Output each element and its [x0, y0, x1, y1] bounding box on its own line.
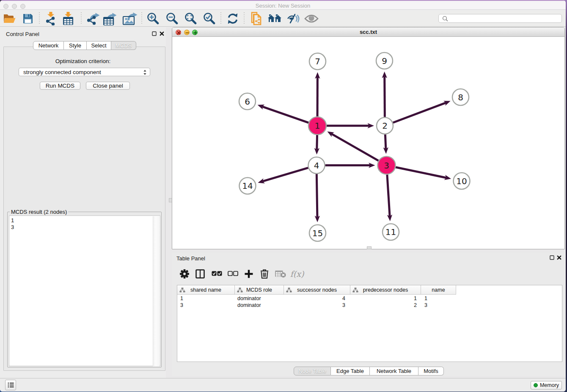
column-header-MCDS-role[interactable]: MCDS role [235, 285, 284, 295]
mcds-result-group: MCDS result (2 nodes) 1 3 [7, 212, 162, 367]
run-mcds-button[interactable]: Run MCDS [40, 82, 80, 90]
select-all-icon[interactable] [210, 268, 223, 280]
memory-status-icon [534, 383, 538, 387]
tab-mcds[interactable]: MCDS [111, 41, 136, 50]
table-settings-icon[interactable] [178, 268, 191, 280]
application-window: Session: New Session [0, 0, 566, 392]
mcds-result-text[interactable]: 1 3 [9, 215, 160, 366]
mdi-desktop: scc.txt 1234678910111415 Table Panel [166, 27, 566, 378]
network-window-title: scc.txt [172, 29, 564, 35]
column-header-shared-name[interactable]: shared name [177, 285, 235, 295]
open-session-icon[interactable] [2, 11, 17, 26]
zoom-in-icon[interactable] [145, 11, 160, 26]
task-history-button[interactable] [5, 380, 16, 390]
toolbar-separator [142, 12, 142, 24]
network-window-titlebar[interactable]: scc.txt [172, 28, 564, 37]
unselect-all-icon[interactable] [226, 268, 239, 280]
tab-select[interactable]: Select [87, 41, 111, 50]
hide-panels-icon[interactable] [286, 11, 301, 26]
import-table-icon[interactable] [61, 11, 76, 26]
tab-edge-table[interactable]: Edge Table [331, 367, 370, 375]
network-canvas[interactable]: 1234678910111415 [172, 37, 564, 249]
column-header-successor-nodes[interactable]: successor nodes [284, 285, 350, 295]
svg-text:1: 1 [315, 121, 320, 131]
tab-network[interactable]: Network [33, 41, 64, 50]
memory-label: Memory [540, 382, 559, 388]
function-builder-icon[interactable]: f(x) [291, 268, 303, 280]
toolbar-separator [221, 12, 221, 24]
network-view-window: scc.txt 1234678910111415 [172, 27, 565, 249]
cell-predecessor-nodes[interactable]: 2 [350, 302, 421, 309]
close-panel-icon[interactable] [159, 30, 165, 36]
home-icon[interactable] [267, 11, 282, 26]
search-box [438, 14, 562, 23]
cell-MCDS-role[interactable]: dominator [235, 302, 284, 309]
status-bar: Memory [0, 378, 566, 392]
svg-text:14: 14 [242, 181, 253, 191]
node-table: shared name MCDS role successor nodes pr… [177, 285, 562, 362]
mac-titlebar: Session: New Session [0, 1, 566, 10]
table-panel-title: Table Panel [176, 255, 205, 262]
optimization-criterion-value: strongly connected component [23, 69, 101, 75]
tab-network-table[interactable]: Network Table [370, 367, 418, 375]
column-header-name[interactable]: name [421, 285, 456, 295]
network-graph: 1234678910111415 [172, 37, 564, 249]
memory-button[interactable]: Memory [531, 381, 562, 389]
svg-text:4: 4 [314, 160, 319, 171]
search-input[interactable] [450, 15, 560, 22]
svg-text:9: 9 [382, 56, 387, 66]
cell-name[interactable]: 1 [421, 295, 456, 302]
close-panel-button[interactable]: Close panel [86, 82, 130, 90]
control-panel-title: Control Panel [6, 31, 39, 37]
svg-text:15: 15 [312, 228, 323, 238]
cell-successor-nodes[interactable]: 4 [284, 295, 350, 302]
column-type-icon [286, 287, 292, 293]
split-view-icon[interactable] [194, 268, 206, 280]
table-header-row: shared name MCDS role successor nodes pr… [177, 285, 456, 295]
network-resize-grip[interactable] [367, 246, 372, 249]
cell-MCDS-role[interactable]: dominator [235, 295, 284, 302]
toolbar-separator [244, 12, 245, 24]
result-scrollbar[interactable] [153, 216, 160, 366]
table-row[interactable]: 3dominator323 [177, 302, 456, 309]
close-table-panel-icon[interactable] [556, 254, 562, 260]
svg-text:11: 11 [385, 227, 396, 237]
tab-node-table[interactable]: Node Table [294, 367, 331, 375]
add-column-icon[interactable] [242, 268, 255, 280]
svg-text:6: 6 [245, 97, 250, 107]
zoom-fit-icon[interactable] [183, 11, 198, 26]
cell-shared-name[interactable]: 1 [177, 295, 235, 302]
refresh-icon[interactable] [225, 11, 240, 26]
import-network-icon[interactable] [43, 11, 58, 26]
mcds-result-title: MCDS result (2 nodes) [10, 209, 68, 215]
clone-network-icon[interactable] [248, 11, 264, 26]
float-panel-icon[interactable] [151, 30, 157, 36]
table-panel: Table Panel f(x) sha [172, 253, 565, 376]
tab-motifs[interactable]: Motifs [418, 367, 444, 375]
control-panel: Control Panel NetworkStyleSelectMCDS Opt… [0, 27, 166, 378]
export-network-icon[interactable] [85, 11, 101, 26]
toolbar-separator [39, 12, 40, 24]
export-table-icon[interactable] [102, 11, 117, 26]
table-tabs: Node TableEdge TableNetwork TableMotifs [294, 367, 444, 375]
export-image-icon[interactable] [122, 11, 138, 26]
tab-style[interactable]: Style [64, 41, 87, 50]
cell-successor-nodes[interactable]: 3 [284, 302, 350, 309]
cell-shared-name[interactable]: 3 [177, 302, 235, 309]
zoom-out-icon[interactable] [164, 11, 179, 26]
table-row[interactable]: 1dominator411 [177, 295, 456, 302]
zoom-selected-icon[interactable] [201, 11, 217, 26]
main-toolbar [0, 10, 566, 27]
column-type-icon [352, 287, 358, 293]
save-session-icon[interactable] [20, 11, 36, 26]
show-eye-icon[interactable] [304, 11, 319, 26]
svg-text:2: 2 [382, 121, 388, 131]
cell-predecessor-nodes[interactable]: 1 [350, 295, 421, 302]
optimization-criterion-select[interactable]: strongly connected component [19, 68, 150, 76]
column-header-predecessor-nodes[interactable]: predecessor nodes [350, 285, 421, 295]
float-table-panel-icon[interactable] [549, 254, 555, 260]
delete-table-icon[interactable] [274, 268, 287, 280]
optimization-criterion-label: Optimization criterion: [0, 58, 166, 64]
cell-name[interactable]: 3 [421, 302, 456, 309]
delete-column-icon[interactable] [258, 268, 271, 280]
